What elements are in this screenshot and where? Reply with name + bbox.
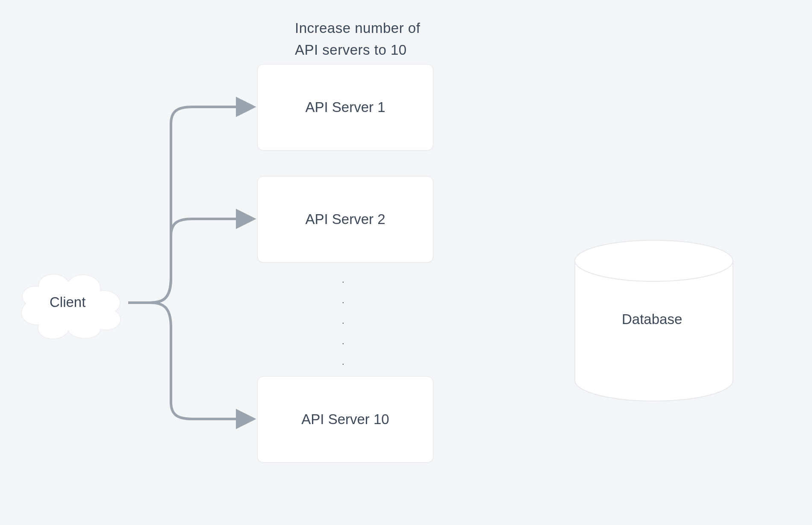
api-server-label-1: API Server 1 <box>305 99 385 115</box>
api-server-label-2: API Server 2 <box>305 211 385 227</box>
client-label: Client <box>50 294 85 310</box>
diagram-caption: Increase number of API servers to 10 <box>295 17 420 61</box>
api-server-box-2: API Server 2 <box>257 176 433 262</box>
caption-line-2: API servers to 10 <box>295 42 407 58</box>
database-label: Database <box>622 311 682 327</box>
architecture-diagram: Increase number of API servers to 10 Cli… <box>0 0 812 525</box>
api-server-box-10: API Server 10 <box>257 376 433 463</box>
api-server-label-10: API Server 10 <box>301 411 389 428</box>
api-server-box-1: API Server 1 <box>257 64 433 150</box>
ellipsis-icon: ..... <box>342 269 344 372</box>
caption-line-1: Increase number of <box>295 20 420 36</box>
